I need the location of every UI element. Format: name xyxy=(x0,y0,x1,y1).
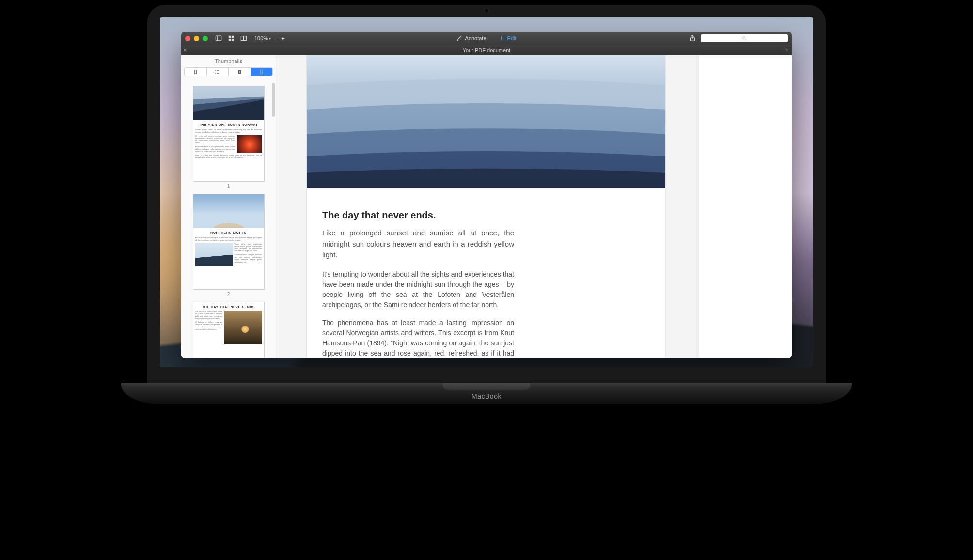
zoom-control[interactable]: 100% ▾ – + xyxy=(254,35,286,42)
chevron-down-icon: ▾ xyxy=(269,36,271,41)
document-paragraph[interactable]: It's tempting to wonder about all the si… xyxy=(322,269,514,310)
thumb-hero-image xyxy=(193,86,264,120)
traffic-lights xyxy=(185,36,208,41)
svg-text:A: A xyxy=(238,70,240,73)
svg-rect-2 xyxy=(229,36,231,38)
document-body[interactable]: The day that never ends. Like a prolonge… xyxy=(307,210,530,358)
macbook-hinge: MacBook xyxy=(121,383,852,404)
thumbnails-list[interactable]: THE MIDNIGHT SUN IN NORWAY Lorem ipsum d… xyxy=(181,80,276,358)
search-input[interactable] xyxy=(701,34,788,42)
svg-rect-12 xyxy=(217,70,219,71)
close-tab-button[interactable]: × xyxy=(181,47,189,54)
page-scroll-area[interactable]: The day that never ends. Like a prolonge… xyxy=(276,55,696,358)
screen-bezel: 100% ▾ – + Annotate Edit xyxy=(147,5,826,383)
grid-view-icon[interactable] xyxy=(226,34,236,42)
edit-button[interactable]: Edit xyxy=(499,35,517,41)
tab-title[interactable]: Your PDF document xyxy=(463,47,511,53)
svg-rect-16 xyxy=(217,73,219,73)
thumb-number-2: 2 xyxy=(186,292,271,297)
camera-icon xyxy=(485,9,488,13)
annotate-label: Annotate xyxy=(465,35,486,41)
app-window: 100% ▾ – + Annotate Edit xyxy=(181,32,792,358)
zoom-in-button[interactable]: + xyxy=(280,35,286,42)
svg-rect-6 xyxy=(241,36,243,41)
thumb-title: THE MIDNIGHT SUN IN NORWAY xyxy=(195,122,262,129)
zoom-value: 100% xyxy=(254,35,268,41)
tab-bar: × Your PDF document + xyxy=(181,45,792,55)
sidebar-tab-annotations[interactable]: A xyxy=(229,68,251,76)
close-window-button[interactable] xyxy=(185,36,190,41)
zoom-window-button[interactable] xyxy=(203,36,208,41)
thumbnail-page-1[interactable]: THE MIDNIGHT SUN IN NORWAY Lorem ipsum d… xyxy=(193,86,265,182)
sidebar-tab-thumbnails[interactable] xyxy=(251,68,273,76)
thumbnail-page-2[interactable]: NORTHERN LIGHTS Accusantium doloremque l… xyxy=(193,194,265,290)
thumb-inset-image xyxy=(224,311,262,344)
view-mode-group xyxy=(214,34,249,42)
svg-rect-3 xyxy=(232,36,234,38)
document-paragraph[interactable]: The phenomena has at least made a lastin… xyxy=(322,318,514,358)
sidebar-title: Thumbnails xyxy=(181,55,276,67)
svg-point-15 xyxy=(216,73,216,73)
zoom-out-button[interactable]: – xyxy=(272,35,279,42)
thumb-hero-image xyxy=(193,194,264,228)
screen: 100% ▾ – + Annotate Edit xyxy=(160,17,813,367)
svg-rect-14 xyxy=(217,72,219,72)
document-heading[interactable]: The day that never ends. xyxy=(322,210,514,221)
toolbar-right xyxy=(689,34,788,42)
add-tab-button[interactable]: + xyxy=(785,47,789,54)
sidebar: Thumbnails A xyxy=(181,55,276,358)
two-page-view-icon[interactable] xyxy=(239,34,249,42)
svg-rect-7 xyxy=(244,36,246,41)
macbook-brand: MacBook xyxy=(471,392,502,400)
svg-point-11 xyxy=(216,70,216,71)
thumb-title: NORTHERN LIGHTS xyxy=(195,230,262,237)
toolbar: 100% ▾ – + Annotate Edit xyxy=(181,32,792,45)
minimize-window-button[interactable] xyxy=(194,36,199,41)
svg-rect-4 xyxy=(229,39,231,41)
sidebar-scrollbar[interactable] xyxy=(272,83,275,117)
sidebar-tab-outline[interactable] xyxy=(207,68,229,76)
window-content: Thumbnails A xyxy=(181,55,792,358)
share-button[interactable] xyxy=(689,35,696,42)
svg-rect-19 xyxy=(260,70,263,74)
edit-label: Edit xyxy=(507,35,517,41)
svg-point-13 xyxy=(216,71,216,72)
thumb-number-1: 1 xyxy=(186,184,271,189)
sidebar-toggle-icon[interactable] xyxy=(214,34,223,42)
sidebar-tabs: A xyxy=(184,67,273,76)
sidebar-tab-bookmarks[interactable] xyxy=(185,68,207,76)
document-lead[interactable]: Like a prolonged sunset and sunrise all … xyxy=(322,228,514,261)
macbook-frame: 100% ▾ – + Annotate Edit xyxy=(147,5,826,404)
thumb-inset-image xyxy=(237,135,262,153)
inspector-panel xyxy=(699,55,792,358)
main-pane: The day that never ends. Like a prolonge… xyxy=(276,55,792,358)
svg-rect-0 xyxy=(216,36,221,41)
svg-point-9 xyxy=(743,37,745,39)
mode-buttons: Annotate Edit xyxy=(456,35,516,41)
svg-rect-5 xyxy=(232,39,234,41)
hero-image xyxy=(307,55,665,188)
annotate-button[interactable]: Annotate xyxy=(456,35,486,41)
document-page[interactable]: The day that never ends. Like a prolonge… xyxy=(307,55,665,358)
svg-line-10 xyxy=(745,39,746,40)
thumb-inset-image xyxy=(195,243,233,266)
thumbnail-page-3[interactable]: THE DAY THAT NEVER ENDS Qui dolorem ipsu… xyxy=(193,302,265,358)
